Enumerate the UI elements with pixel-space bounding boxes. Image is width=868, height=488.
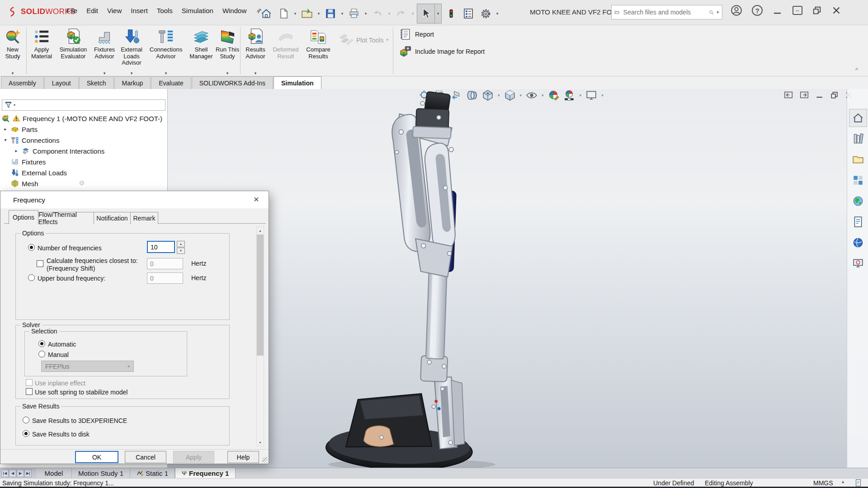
view-settings-dropdown-icon[interactable]: ▾ (601, 94, 604, 98)
viewport-minimize-icon[interactable] (815, 90, 824, 99)
graphics-viewport[interactable]: ▾ ▾ ▾ ▾ ▾ (167, 89, 868, 468)
restore-icon[interactable] (812, 5, 822, 15)
expand-icon[interactable]: ▸ (14, 149, 19, 153)
tree-filter-bar[interactable]: ▾ (2, 99, 165, 111)
upper-bound-radio[interactable] (28, 274, 35, 281)
search-icon[interactable] (709, 9, 714, 16)
soft-spring-checkbox[interactable] (26, 388, 33, 395)
dock-pane-left-icon[interactable] (783, 90, 793, 100)
simulation-evaluator-button[interactable]: Simulation Evaluator (56, 25, 91, 76)
menu-edit[interactable]: Edit (86, 7, 98, 14)
select-dropdown-icon[interactable]: ▾ (434, 4, 441, 23)
spinner-up-icon[interactable]: ▲ (177, 241, 185, 247)
menu-view[interactable]: View (107, 7, 122, 14)
spinner-down-icon[interactable]: ▼ (177, 248, 185, 254)
save-button[interactable] (323, 5, 338, 22)
dock-pane-right-icon[interactable] (799, 90, 809, 100)
file-explorer-button[interactable] (849, 150, 867, 169)
view-palette-button[interactable] (849, 171, 867, 189)
options-button[interactable] (478, 5, 493, 22)
file-properties-button[interactable] (461, 5, 476, 22)
number-of-frequencies-radio[interactable] (28, 244, 35, 251)
fixtures-dropdown-icon[interactable]: ▾ (104, 71, 106, 75)
include-image-button[interactable]: Include Image for Report (399, 45, 485, 58)
tab-sketch[interactable]: Sketch (79, 76, 114, 89)
dialog-resize-grip[interactable] (262, 457, 268, 463)
minimize-icon[interactable] (772, 5, 783, 16)
fixtures-advisor-button[interactable]: Fixtures Advisor ▾ (91, 25, 118, 76)
dialog-titlebar[interactable]: Frequency (0, 191, 269, 208)
close-icon[interactable] (831, 5, 841, 15)
shell-manager-button[interactable]: Shell Manager (187, 25, 216, 76)
menu-window[interactable]: Window (222, 7, 246, 14)
menu-file[interactable]: File (66, 7, 77, 14)
dialog-close-icon[interactable]: × (250, 193, 262, 205)
scroll-down-icon[interactable]: ▼ (257, 439, 264, 446)
apply-material-button[interactable]: Apply Material (28, 25, 56, 76)
number-of-frequencies-input[interactable] (147, 241, 175, 253)
account-icon[interactable] (731, 5, 742, 16)
tree-row-fixtures[interactable]: Fixtures (0, 156, 178, 167)
new-document-button[interactable] (276, 5, 291, 22)
filter-dropdown-icon[interactable]: ▾ (14, 103, 15, 107)
study-tab-static-1[interactable]: Static 1 (130, 468, 175, 479)
frequencies-spinner[interactable]: ▲ ▼ (177, 241, 185, 254)
home-button[interactable] (259, 5, 274, 22)
scrollbar-thumb[interactable] (257, 235, 264, 356)
ribbon-collapse-icon[interactable]: ^ (855, 67, 858, 73)
status-tag-icon[interactable] (854, 479, 862, 487)
forum-button[interactable] (849, 234, 867, 252)
connections-dropdown-icon[interactable]: ▾ (165, 71, 167, 75)
units-caret-icon[interactable]: ▴ (842, 479, 844, 484)
tree-row-connections[interactable]: ▾ Connections (0, 135, 170, 145)
tab-layout[interactable]: Layout (44, 76, 79, 89)
dialog-scrollbar[interactable]: ▲ ▼ (256, 226, 264, 446)
tree-row-external-loads[interactable]: External Loads (0, 167, 178, 178)
ok-button[interactable]: OK (75, 451, 118, 463)
expand-icon[interactable]: ▸ (3, 127, 8, 131)
menu-insert[interactable]: Insert (131, 7, 148, 14)
rebuild-button[interactable] (443, 5, 459, 22)
select-tool-button[interactable]: ▾ (417, 4, 442, 23)
report-button[interactable]: Report (399, 28, 485, 41)
dialog-tab-remark[interactable]: Remark (130, 212, 158, 224)
tree-row-component-interactions[interactable]: ▸ Component Interactions (0, 145, 181, 156)
tab-evaluate[interactable]: Evaluate (151, 76, 191, 89)
dialog-tab-options[interactable]: Options (9, 210, 38, 224)
view-settings-icon[interactable] (585, 89, 597, 101)
dialog-tab-notification[interactable]: Notification (94, 212, 131, 224)
connections-advisor-button[interactable]: Connections Advisor ▾ (145, 25, 187, 76)
new-study-button[interactable]: New Study ▾ (0, 25, 25, 76)
open-button[interactable] (299, 5, 315, 22)
search-dropdown-icon[interactable]: ▾ (717, 10, 719, 14)
screen-settings-button[interactable] (849, 254, 867, 272)
nav-last-button[interactable]: ▶ (24, 469, 32, 477)
cancel-button[interactable]: Cancel (125, 451, 166, 463)
external-loads-dropdown-icon[interactable]: ▾ (131, 71, 133, 75)
frequency-shift-checkbox[interactable] (37, 260, 43, 267)
compare-results-button[interactable]: Compare Results (302, 25, 335, 76)
tree-row-parts[interactable]: ▸ Parts (0, 124, 170, 135)
results-advisor-button[interactable]: Results Advisor ▾ (241, 25, 269, 76)
collapse-icon[interactable]: ▾ (3, 138, 8, 142)
results-dropdown-icon[interactable]: ▾ (255, 71, 257, 75)
appearances-scenes-button[interactable] (849, 192, 867, 210)
task-home-button[interactable] (849, 109, 867, 127)
run-this-study-button[interactable]: Run This Study ▾ (216, 25, 239, 76)
resize-width-icon[interactable]: ⇔ (793, 6, 802, 15)
menu-tools[interactable]: Tools (157, 7, 173, 14)
solver-manual-radio[interactable] (38, 351, 45, 357)
study-tab-model[interactable]: Model (36, 468, 72, 479)
search-input[interactable] (623, 8, 706, 16)
apply-scene-icon[interactable] (564, 89, 576, 101)
help-button[interactable]: Help (227, 451, 259, 463)
search-folder-icon[interactable] (614, 8, 620, 16)
apply-scene-dropdown-icon[interactable]: ▾ (580, 94, 582, 98)
tree-row-study[interactable]: Frequency 1 (-MOTO KNEE AND VF2 FOOT-) (0, 113, 169, 124)
new-dropdown-icon[interactable]: ▾ (293, 12, 297, 16)
open-dropdown-icon[interactable]: ▾ (316, 12, 321, 16)
print-dropdown-icon[interactable]: ▾ (363, 12, 368, 16)
save-disk-radio[interactable] (23, 430, 29, 437)
menu-simulation[interactable]: Simulation (182, 7, 213, 14)
tab-solidworks-addins[interactable]: SOLIDWORKS Add-Ins (192, 76, 273, 89)
